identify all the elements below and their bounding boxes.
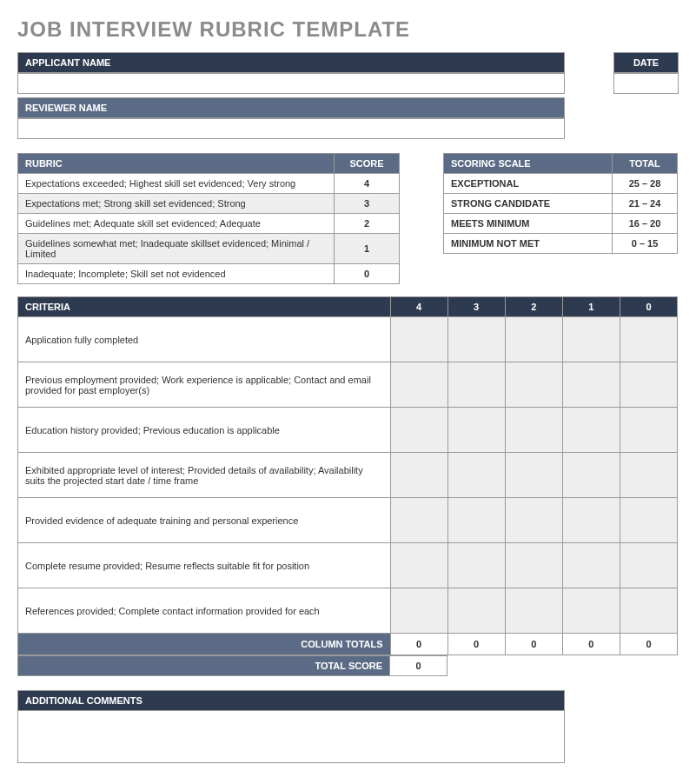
rubric-header: RUBRIC: [18, 154, 335, 174]
score-cell[interactable]: [505, 453, 562, 498]
criteria-table: CRITERIA 4 3 2 1 0 Application fully com…: [17, 296, 678, 655]
score-cell[interactable]: [562, 588, 620, 634]
column-total-value: 0: [505, 634, 562, 655]
column-totals-row: COLUMN TOTALS 0 0 0 0 0: [18, 634, 678, 655]
score-cell[interactable]: [447, 453, 505, 498]
scale-row: MINIMUM NOT MET0 – 15: [444, 234, 678, 254]
score-cell[interactable]: [505, 362, 562, 408]
criteria-score-header: 1: [562, 297, 620, 317]
score-cell[interactable]: [447, 317, 505, 362]
total-score-value: 0: [390, 656, 447, 676]
criteria-score-header: 4: [390, 297, 447, 317]
criteria-row: References provided; Complete contact in…: [18, 588, 678, 634]
criteria-row: Complete resume provided; Resume reflect…: [18, 543, 678, 588]
score-cell[interactable]: [390, 543, 447, 588]
total-score-row: TOTAL SCORE 0: [17, 655, 447, 676]
score-cell[interactable]: [562, 408, 620, 453]
rubric-row: Expectations met; Strong skill set evide…: [18, 194, 400, 214]
scale-row: MEETS MINIMUM16 – 20: [444, 214, 678, 234]
score-cell[interactable]: [390, 362, 447, 408]
column-total-value: 0: [562, 634, 620, 655]
score-cell[interactable]: [447, 543, 505, 588]
additional-comments-label: ADDITIONAL COMMENTS: [17, 690, 565, 711]
score-cell[interactable]: [505, 408, 562, 453]
total-header: TOTAL: [613, 154, 678, 174]
score-cell[interactable]: [562, 543, 620, 588]
criteria-header: CRITERIA: [18, 297, 391, 317]
criteria-row: Previous employment provided; Work exper…: [18, 362, 678, 408]
score-cell[interactable]: [390, 498, 447, 543]
score-cell[interactable]: [562, 498, 620, 543]
column-total-value: 0: [620, 634, 677, 655]
criteria-row: Education history provided; Previous edu…: [18, 408, 678, 453]
score-cell[interactable]: [620, 588, 677, 634]
reviewer-name-label: REVIEWER NAME: [17, 97, 565, 118]
scoring-scale-header: SCORING SCALE: [444, 154, 613, 174]
page-title: JOB INTERVIEW RUBRIC TEMPLATE: [17, 17, 679, 42]
criteria-score-header: 2: [505, 297, 562, 317]
score-cell[interactable]: [505, 588, 562, 634]
score-cell[interactable]: [620, 362, 677, 408]
score-cell[interactable]: [505, 543, 562, 588]
score-cell[interactable]: [620, 498, 677, 543]
column-total-value: 0: [390, 634, 447, 655]
additional-comments-input[interactable]: [17, 711, 565, 763]
score-cell[interactable]: [447, 588, 505, 634]
rubric-row: Guidelines somewhat met; Inadequate skil…: [18, 234, 400, 264]
criteria-row: Exhibited appropriate level of interest;…: [18, 453, 678, 498]
score-cell[interactable]: [562, 362, 620, 408]
reviewer-name-input[interactable]: [17, 118, 565, 139]
score-cell[interactable]: [447, 408, 505, 453]
applicant-name-input[interactable]: [17, 73, 565, 94]
criteria-score-header: 3: [447, 297, 505, 317]
applicant-name-label: APPLICANT NAME: [17, 52, 565, 73]
rubric-row: Inadequate; Incomplete; Skill set not ev…: [18, 264, 400, 284]
score-cell[interactable]: [562, 453, 620, 498]
score-cell[interactable]: [620, 317, 677, 362]
column-total-value: 0: [447, 634, 505, 655]
score-cell[interactable]: [390, 408, 447, 453]
score-cell[interactable]: [620, 543, 677, 588]
score-cell[interactable]: [562, 317, 620, 362]
scale-row: EXCEPTIONAL25 – 28: [444, 174, 678, 194]
rubric-table: RUBRIC SCORE Expectations exceeded; High…: [17, 153, 400, 284]
score-cell[interactable]: [505, 317, 562, 362]
score-cell[interactable]: [505, 498, 562, 543]
criteria-row: Application fully completed: [18, 317, 678, 362]
scale-row: STRONG CANDIDATE21 – 24: [444, 194, 678, 214]
criteria-row: Provided evidence of adequate training a…: [18, 498, 678, 543]
score-cell[interactable]: [390, 588, 447, 634]
score-cell[interactable]: [620, 453, 677, 498]
criteria-score-header: 0: [620, 297, 677, 317]
score-cell[interactable]: [390, 453, 447, 498]
score-cell[interactable]: [390, 317, 447, 362]
date-label: DATE: [613, 52, 679, 73]
rubric-row: Guidelines met; Adequate skill set evide…: [18, 214, 400, 234]
score-cell[interactable]: [447, 362, 505, 408]
score-header: SCORE: [335, 154, 400, 174]
scoring-scale-table: SCORING SCALE TOTAL EXCEPTIONAL25 – 28 S…: [443, 153, 678, 254]
rubric-row: Expectations exceeded; Highest skill set…: [18, 174, 400, 194]
date-input[interactable]: [613, 73, 679, 94]
score-cell[interactable]: [447, 498, 505, 543]
score-cell[interactable]: [620, 408, 677, 453]
